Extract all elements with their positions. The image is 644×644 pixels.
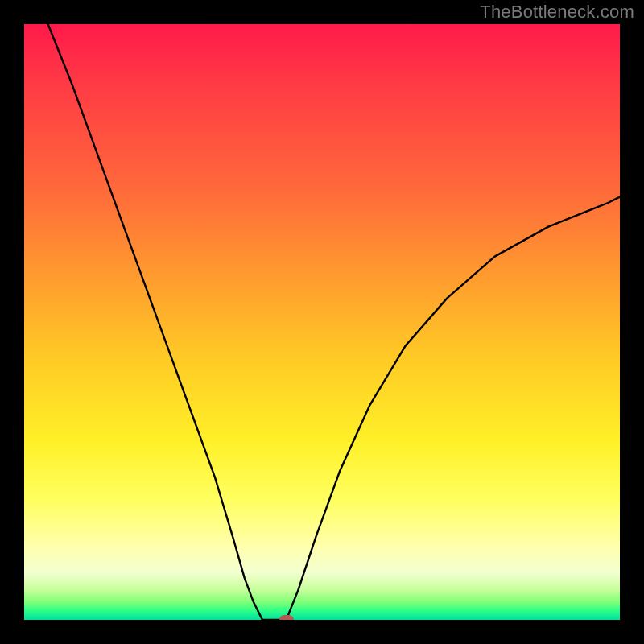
watermark-text: TheBottleneck.com (480, 2, 634, 23)
minimum-marker (279, 615, 294, 620)
plot-area (24, 24, 620, 620)
curve-svg (24, 24, 620, 620)
chart-frame: TheBottleneck.com (0, 0, 644, 644)
bottleneck-curve (48, 24, 620, 620)
